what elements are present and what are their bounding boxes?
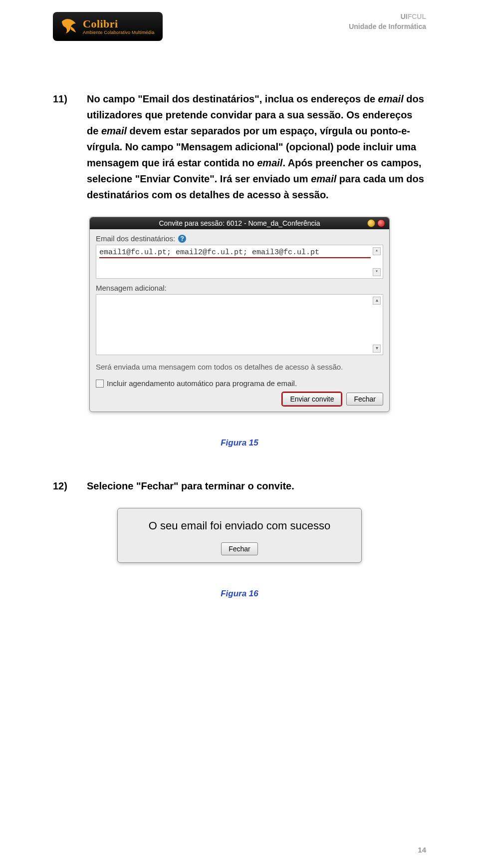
scroll-up-icon[interactable]: ▴ <box>373 247 381 255</box>
hummingbird-icon <box>59 16 79 36</box>
figure-15-caption: Figura 15 <box>53 438 426 448</box>
auto-schedule-row[interactable]: Incluir agendamento automático para prog… <box>96 379 383 388</box>
logo-badge: Colibri Ambiente Colaborativo Multimédia <box>53 12 163 41</box>
success-panel: O seu email foi enviado com sucesso Fech… <box>117 508 362 563</box>
close-button[interactable]: Fechar <box>346 393 383 406</box>
step-number: 12) <box>53 478 73 494</box>
org-line2: Unidade de Informática <box>349 22 426 32</box>
scroll-up-icon[interactable]: ▴ <box>373 297 381 305</box>
step-number: 11) <box>53 91 73 203</box>
dest-label: Email dos destinatários: <box>96 234 175 243</box>
info-note: Será enviada uma mensagem com todos os d… <box>96 362 383 372</box>
highlight-underline <box>99 257 371 258</box>
auto-schedule-label: Incluir agendamento automático para prog… <box>107 379 297 388</box>
page-number: 14 <box>418 846 426 854</box>
minimize-icon[interactable] <box>367 219 375 227</box>
figure-16-caption: Figura 16 <box>53 589 426 599</box>
scroll-down-icon[interactable]: ▾ <box>373 268 381 276</box>
close-icon[interactable] <box>377 219 385 227</box>
dest-label-row: Email dos destinatários: ? <box>96 234 383 243</box>
checkbox-icon[interactable] <box>96 380 104 388</box>
msg-textarea[interactable]: ▴ ▾ <box>96 294 383 355</box>
org-header: UIFCUL Unidade de Informática <box>349 12 426 31</box>
step-text: Selecione "Fechar" para terminar o convi… <box>87 478 426 494</box>
msg-label: Mensagem adicional: <box>96 284 167 292</box>
step-text: No campo "Email dos destinatários", incl… <box>87 91 426 203</box>
panel-title-text: Convite para sessão: 6012 - Nome_da_Conf… <box>159 219 320 227</box>
logo-subtitle: Ambiente Colaborativo Multimédia <box>83 30 154 35</box>
dest-emails-value: email1@fc.ul.pt; email2@fc.ul.pt; email3… <box>99 248 319 257</box>
logo-title: Colibri <box>83 18 154 29</box>
send-invite-button[interactable]: Enviar convite <box>282 393 341 406</box>
step-11: 11) No campo "Email dos destinatários", … <box>53 91 426 203</box>
scroll-down-icon[interactable]: ▾ <box>373 345 381 353</box>
help-icon[interactable]: ? <box>178 235 186 243</box>
org-line1a: UI <box>401 12 408 20</box>
panel-titlebar: Convite para sessão: 6012 - Nome_da_Conf… <box>90 217 389 229</box>
dest-emails-input[interactable]: email1@fc.ul.pt; email2@fc.ul.pt; email3… <box>96 245 383 279</box>
success-message: O seu email foi enviado com sucesso <box>125 519 354 532</box>
step-12: 12) Selecione "Fechar" para terminar o c… <box>53 478 426 494</box>
invite-panel: Convite para sessão: 6012 - Nome_da_Conf… <box>89 217 390 412</box>
close-button[interactable]: Fechar <box>221 542 258 555</box>
org-line1b: FCUL <box>408 12 426 20</box>
